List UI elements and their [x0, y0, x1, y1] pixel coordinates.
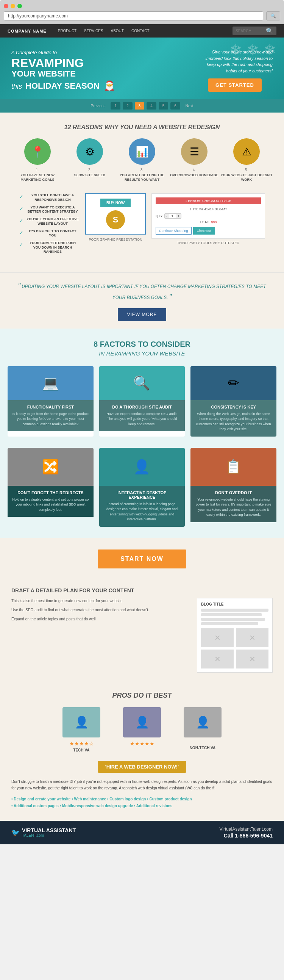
reason-2-icon: ⚙ [76, 138, 103, 165]
start-now-button[interactable]: START NOW [98, 549, 186, 568]
quote-content: UPDATING YOUR WEBSITE LAYOUT IS IMPORTAN… [22, 284, 266, 300]
reason-4-number: 4. [168, 168, 221, 172]
page-6[interactable]: 6 [170, 102, 180, 110]
hero-text: A Complete Guide to REVAMPING YOUR WEBSI… [11, 49, 189, 91]
start-section: START NOW [0, 538, 284, 580]
nav-product[interactable]: PRODUCT [58, 29, 76, 33]
checkout-button[interactable]: Checkout [193, 227, 215, 235]
factor-5-desc: Instead of cramming in info in a landing… [104, 502, 181, 522]
pro-tech-va: 👤 ★★★★☆ TECH VA [55, 707, 108, 753]
nav-services[interactable]: SERVICES [84, 29, 103, 33]
total-value: $$$ [211, 220, 217, 224]
factor-3-desc: When doing the Web Design, maintain the … [195, 412, 272, 432]
pros-list: • Design and create your website • Web m… [11, 796, 273, 810]
browser-search-button[interactable]: 🔍 [266, 11, 280, 21]
nav-links: PRODUCT SERVICES ABOUT CONTACT [58, 29, 149, 33]
factor-2-image: 🔍 [99, 366, 185, 400]
draft-para-2: Use the SEO audit to find out what gener… [11, 607, 189, 613]
error-qty-row: QTY - 1 + [155, 213, 261, 219]
qty-value: 1 [169, 214, 176, 218]
factor-3-name: CONSISTENCY IS KEY [195, 405, 272, 409]
factor-4-name: DON'T FORGET THE REDIRECTS [12, 490, 89, 495]
page-1[interactable]: 1 [111, 102, 121, 110]
page-3[interactable]: 3 [135, 102, 144, 110]
factor-3-image: ✏ [190, 366, 276, 400]
factor-5: 👤 INTERACTIVE DESKTOP EXPERIENCE Instead… [99, 448, 185, 527]
reason-4-icon: ☰ [181, 138, 208, 165]
reason-2: ⚙ 2. SLOW SITE SPEED [63, 138, 116, 182]
hero-subtitle: A Complete Guide to [11, 49, 189, 55]
reason-3-number: 3. [116, 168, 168, 172]
factor-6: 📋 DON'T OVERDO IT Your revamped website … [190, 448, 276, 527]
nav-contact[interactable]: CONTACT [132, 29, 149, 33]
factor-4-body: DON'T FORGET THE REDIRECTS Hold on to va… [8, 486, 94, 517]
middle-graphic: BUY NOW S POOR GRAPHIC PRESENTATION [85, 193, 146, 242]
prev-page[interactable]: Previous [88, 102, 109, 110]
check-text-4: IT'S DIFFICULT TO CONTACT YOU [26, 229, 79, 238]
reason-1-icon: 📍 [24, 138, 51, 165]
browser-bar: http://yourcompanyname.com 🔍 [4, 11, 280, 21]
check-text-1: YOU STILL DON'T HAVE A RESPONSIVE DESIGN [26, 193, 79, 202]
blog-line-3 [201, 618, 265, 621]
check-text-2: YOU WANT TO EXECUTE A BETTER CONTENT STR… [26, 205, 79, 214]
error-item: 1. ITEM# 41414 BLK-MT [155, 207, 261, 211]
check-icon-4: ✓ [19, 230, 24, 236]
continue-shopping-button[interactable]: Continue Shopping [155, 227, 192, 235]
buy-now-button[interactable]: BUY NOW [100, 199, 131, 207]
blog-line-1 [201, 609, 268, 612]
quote-text: " UPDATING YOUR WEBSITE LAYOUT IS IMPORT… [15, 280, 269, 302]
browser-dots [4, 4, 280, 8]
factors-subtitle: IN REVAMPING YOUR WEBSITE [8, 350, 276, 356]
page-2[interactable]: 2 [123, 102, 133, 110]
hero-this: this [11, 83, 22, 90]
qty-increase[interactable]: + [176, 214, 181, 218]
hero-section: ❄ ❄ ❄ A Complete Guide to REVAMPING YOUR… [0, 38, 284, 99]
factor-1-desc: Is it easy to get from the home page to … [12, 412, 89, 427]
error-box: 1 ERROR: CHECKOUT PAGE 1. ITEM# 41414 BL… [151, 193, 265, 239]
factor-1-name: FUNCTIONALITY FIRST [12, 405, 89, 409]
factor-3: ✏ CONSISTENCY IS KEY When doing the Web … [190, 366, 276, 437]
factors-row1: 💻 FUNCTIONALITY FIRST Is it easy to get … [8, 366, 276, 437]
pros-title: PROS DO IT BEST [11, 692, 273, 700]
next-page[interactable]: Next [182, 102, 197, 110]
draft-title: DRAFT A DETAILED PLAN FOR YOUR CONTENT [11, 587, 273, 593]
check-2: ✓ YOU WANT TO EXECUTE A BETTER CONTENT S… [19, 205, 79, 214]
left-checks: ✓ YOU STILL DON'T HAVE A RESPONSIVE DESI… [19, 193, 79, 257]
factor-6-name: DON'T OVERDO IT [195, 490, 272, 495]
nav-about[interactable]: ABOUT [111, 29, 124, 33]
page-5[interactable]: 5 [159, 102, 168, 110]
web-designer-image: 👤 [123, 707, 161, 737]
pro-list-4: Custom product design [149, 797, 192, 801]
check-text-5: YOUR COMPETITORS PUSH YOU DOWN IN SEARCH… [26, 241, 79, 254]
footer-logo-text-block: VIRTUAL ASSISTANT TALENT.com [22, 827, 76, 837]
tech-va-label: TECH VA [55, 748, 108, 752]
total-label: TOTAL [200, 220, 210, 224]
graphic-label: POOR GRAPHIC PRESENTATION [85, 238, 146, 242]
blog-img-2: ✕ [236, 628, 268, 647]
pro-list-1: Design and create your website [14, 797, 70, 801]
factor-2: 🔍 DO A THOROUGH SITE AUDIT Have an exper… [99, 366, 185, 437]
factor-4: 🔀 DON'T FORGET THE REDIRECTS Hold on to … [8, 448, 94, 527]
footer-logo-main: VIRTUAL ASSISTANT [22, 827, 76, 833]
factor-4-image: 🔀 [8, 448, 94, 486]
view-more-button[interactable]: VIEW MORE [118, 308, 166, 321]
nav-search[interactable]: 🔍 [233, 27, 276, 35]
reason-5-icon: ⚠ [233, 138, 260, 165]
check-3: ✓ YOU'RE EYEING AN EFFECTIVE WEBSITE LAY… [19, 217, 79, 226]
pros-section: PROS DO IT BEST 👤 ★★★★☆ TECH VA 👤 ★★★★★ … [0, 684, 284, 821]
draft-content: This is also the best time to generate n… [11, 598, 273, 673]
factor-2-body: DO A THOROUGH SITE AUDIT Have an expert … [99, 400, 185, 432]
nav-search-input[interactable] [236, 29, 266, 33]
url-bar[interactable]: http://yourcompanyname.com [4, 11, 263, 21]
page-4[interactable]: 4 [146, 102, 156, 110]
factors-row2: 🔀 DON'T FORGET THE REDIRECTS Hold on to … [8, 448, 276, 527]
pro-list-7: Additional revisions [136, 804, 173, 808]
quote-section: " UPDATING YOUR WEBSITE LAYOUT IS IMPORT… [0, 272, 284, 329]
non-tech-va-label: NON-TECH VA [176, 746, 229, 750]
factor-5-name: INTERACTIVE DESKTOP EXPERIENCE [104, 490, 181, 500]
dot-close [4, 4, 8, 8]
qty-decrease[interactable]: - [165, 214, 169, 218]
get-started-button[interactable]: GET STARTED [208, 78, 262, 92]
s-logo-icon: S [106, 210, 125, 229]
pagination-strip: Previous 1 2 3 4 5 6 Next [0, 99, 284, 113]
